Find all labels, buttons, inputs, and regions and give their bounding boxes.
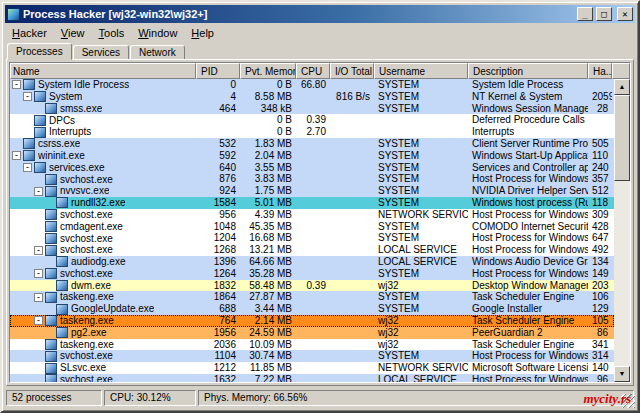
cell-user: wj32 — [374, 280, 468, 292]
process-row[interactable]: csrss.exe5321.83 MBSYSTEMClient Server R… — [10, 138, 614, 150]
cell-desc: Host Process for Windows Se... — [468, 209, 588, 221]
process-row[interactable]: GoogleUpdate.exe6883.44 MBSYSTEMGoogle I… — [10, 303, 614, 315]
cell-user: wj32 — [374, 315, 468, 327]
menu-view[interactable]: View — [54, 26, 92, 40]
cell-user: LOCAL SERVICE — [374, 374, 468, 382]
menu-hacker[interactable]: Hacker — [5, 26, 54, 40]
process-list: NamePIDPvt. MemoryCPUI/O TotalUsernameDe… — [9, 62, 631, 383]
cell-pid: 764 — [196, 315, 240, 327]
process-row[interactable]: Interrupts0 B2.70Interrupts — [10, 126, 614, 138]
cell-desc: NVIDIA Driver Helper Service... — [468, 185, 588, 197]
cell-desc: Task Scheduler Engine — [468, 339, 588, 351]
cell-user: LOCAL SERVICE — [374, 256, 468, 268]
cell-ha: 357 — [588, 173, 612, 185]
collapse-icon[interactable]: - — [34, 187, 43, 196]
cell-ha: 512 — [588, 185, 612, 197]
process-row[interactable]: -System48.58 MB816 B/sSYSTEMNT Kernel & … — [10, 91, 614, 103]
process-row[interactable]: -services.exe6403.55 MBSYSTEMServices an… — [10, 162, 614, 174]
cell-cpu — [296, 291, 330, 303]
window-title: Process Hacker [wj32-win32\wj32+] — [23, 8, 574, 20]
collapse-icon[interactable]: - — [34, 293, 43, 302]
scroll-down-icon[interactable]: ▼ — [614, 366, 630, 382]
cell-pid: 640 — [196, 162, 240, 174]
expander-spacer — [34, 368, 45, 369]
collapse-icon[interactable]: - — [23, 92, 32, 101]
process-row[interactable]: DPCs0 B0.39Deferred Procedure Calls — [10, 114, 614, 126]
cell-ha: 134 — [588, 256, 612, 268]
process-row[interactable]: -taskeng.exe7642.14 MBwj32Task Scheduler… — [10, 315, 614, 327]
process-row[interactable]: svchost.exe110430.74 MBSYSTEMHost Proces… — [10, 350, 614, 362]
scrollbar-thumb[interactable] — [614, 95, 630, 181]
process-row[interactable]: -wininit.exe5922.04 MBSYSTEMWindows Star… — [10, 150, 614, 162]
maximize-button[interactable]: □ — [596, 7, 612, 21]
process-row[interactable]: audiodg.exe139664.66 MBLOCAL SERVICEWind… — [10, 256, 614, 268]
cell-cpu — [296, 173, 330, 185]
cell-io — [330, 374, 374, 382]
process-row[interactable]: cmdagent.exe104845.35 MBSYSTEMCOMODO Int… — [10, 221, 614, 233]
tab-processes[interactable]: Processes — [7, 43, 72, 60]
column-header-4[interactable]: I/O Total — [330, 63, 374, 79]
process-row[interactable]: svchost.exe16327.22 MBLOCAL SERVICEHost … — [10, 374, 614, 382]
process-row[interactable]: smss.exe464348 kBSYSTEMWindows Session M… — [10, 103, 614, 115]
cell-name: SLsvc.exe — [10, 362, 196, 374]
process-row[interactable]: -System Idle Process00 B66.80SYSTEMSyste… — [10, 79, 614, 91]
cell-pid: 1956 — [196, 327, 240, 339]
watermark-text: mycity.rs — [583, 391, 631, 407]
tab-services[interactable]: Services — [73, 45, 129, 60]
process-row[interactable]: -taskeng.exe186427.87 MBSYSTEMTask Sched… — [10, 291, 614, 303]
column-header-5[interactable]: Username — [374, 63, 468, 79]
process-name: csrss.exe — [38, 138, 80, 150]
collapse-icon[interactable]: - — [12, 151, 21, 160]
close-button[interactable]: ✕ — [617, 7, 633, 21]
cell-pid: 592 — [196, 150, 240, 162]
vertical-scrollbar[interactable]: ▲ ▼ — [614, 79, 630, 382]
cell-desc: Client Server Runtime Process — [468, 138, 588, 150]
column-header-2[interactable]: Pvt. Memory — [240, 63, 296, 79]
title-bar[interactable]: Process Hacker [wj32-win32\wj32+] _ □ ✕ — [5, 5, 635, 23]
collapse-icon[interactable]: - — [23, 163, 32, 172]
menu-tools[interactable]: Tools — [92, 26, 132, 40]
process-row[interactable]: pg2.exe195624.59 MBwj32PeerGuardian 286 — [10, 327, 614, 339]
expander-spacer — [34, 108, 45, 109]
process-row[interactable]: taskeng.exe203610.09 MBwj32Task Schedule… — [10, 339, 614, 351]
collapse-icon[interactable]: - — [34, 269, 43, 278]
processes-tab-page: NamePIDPvt. MemoryCPUI/O TotalUsernameDe… — [6, 59, 634, 386]
scroll-up-icon[interactable]: ▲ — [614, 79, 630, 95]
process-row[interactable]: svchost.exe8763.83 MBSYSTEMHost Process … — [10, 173, 614, 185]
cell-io — [330, 138, 374, 150]
cell-cpu — [296, 327, 330, 339]
process-row[interactable]: -svchost.exe126813.21 MBLOCAL SERVICEHos… — [10, 244, 614, 256]
menu-help[interactable]: Help — [184, 26, 221, 40]
process-row[interactable]: svchost.exe120416.68 MBSYSTEMHost Proces… — [10, 232, 614, 244]
minimize-button[interactable]: _ — [577, 7, 593, 21]
column-header-0[interactable]: Name — [10, 63, 196, 79]
process-name: rundll32.exe — [71, 197, 125, 209]
menu-window[interactable]: Window — [131, 26, 184, 40]
process-row[interactable]: -svchost.exe126435.28 MBSYSTEMHost Proce… — [10, 268, 614, 280]
process-row[interactable]: dwm.exe183258.48 MB0.39wj32Desktop Windo… — [10, 280, 614, 292]
collapse-icon[interactable]: - — [12, 80, 21, 89]
process-row[interactable]: -nvvsvc.exe9241.75 MBSYSTEMNVIDIA Driver… — [10, 185, 614, 197]
expander-spacer — [45, 285, 56, 286]
cell-cpu — [296, 103, 330, 115]
collapse-icon[interactable]: - — [34, 316, 43, 325]
process-icon — [34, 115, 46, 126]
cell-user: SYSTEM — [374, 291, 468, 303]
column-header-3[interactable]: CPU — [296, 63, 330, 79]
cell-name: csrss.exe — [10, 138, 196, 150]
tab-network[interactable]: Network — [130, 45, 185, 60]
cell-pid: 1632 — [196, 374, 240, 382]
process-row[interactable]: svchost.exe9564.39 MBNETWORK SERVICEHost… — [10, 209, 614, 221]
collapse-icon[interactable]: - — [34, 246, 43, 255]
cell-io — [330, 244, 374, 256]
process-row[interactable]: SLsvc.exe121211.85 MBNETWORK SERVICEMicr… — [10, 362, 614, 374]
cell-ha: 129 — [588, 303, 612, 315]
column-header-1[interactable]: PID — [196, 63, 240, 79]
cell-ha: 647 — [588, 232, 612, 244]
process-row[interactable]: rundll32.exe15845.01 MBSYSTEMWindows hos… — [10, 197, 614, 209]
cell-user: SYSTEM — [374, 138, 468, 150]
column-header-6[interactable]: Description — [468, 63, 588, 79]
column-header-7[interactable]: Ha... — [588, 63, 612, 79]
process-icon — [56, 280, 68, 291]
cell-ha: 96 — [588, 374, 612, 382]
